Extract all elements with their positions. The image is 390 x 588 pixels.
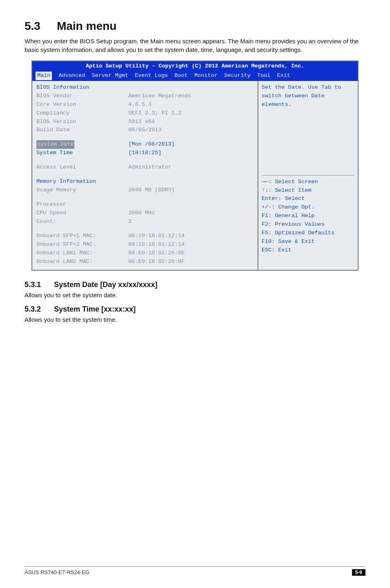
label-bios-version: BIOS Version [36,118,128,126]
value-access-level: Administrator [128,163,253,172]
value-lan2-mac: 00:E0:18:02:26:0F [128,258,253,266]
value-usage-memory: 2048 MB (DDR3) [128,186,253,195]
label-compliancy: Compliancy [36,109,128,118]
value-sfp2-mac: 00:10:18:01:12:14 [128,240,253,249]
label-system-time[interactable]: System Time [36,149,128,157]
processor-header: Processor [36,200,128,209]
value-sfp1-mac: 00:10:18:01:12:14 [128,232,253,240]
value-system-date[interactable]: [Mon /08/2013] [128,140,253,149]
nav-f10: F10: Save & Exit [262,238,354,246]
value-core-version: 4.6.5.3 [128,101,253,109]
footer-page-number: 5-9 [352,569,365,576]
subsection-2-heading: 5.3.2System Time [xx:xx:xx] [25,305,365,314]
label-build-date: Build Date [36,126,128,135]
label-sfp1-mac: Onboard SFP+1 MAC: [36,232,128,240]
label-system-date[interactable]: System Date [36,140,74,149]
menu-monitor[interactable]: Monitor [194,72,217,80]
section-number: 5.3 [25,20,40,33]
bios-left-pane: BIOS Information BIOS VendorAmerican Meg… [32,81,258,270]
nav-f2: F2: Previous Values [262,220,354,229]
menu-main[interactable]: Main [36,72,52,80]
label-lan2-mac: Onboard LAN2 MAC: [36,258,128,266]
subsection-2-number: 5.3.2 [25,305,41,314]
nav-change-opt: +/-: Change Opt. [262,203,354,212]
help-line-2: switch between Date elements. [262,92,354,109]
value-system-time[interactable]: [18:18:25] [128,149,253,157]
label-core-version: Core Version [36,101,128,109]
bios-screenshot: Aptio Setup Utility - Copyright (C) 2012… [31,61,359,271]
subsection-1-text: Allows you to set the system date. [25,292,365,298]
menu-event-logs[interactable]: Event Logs [135,72,168,80]
label-lan1-mac: Onboard LAN1 MAC: [36,249,128,258]
nav-f5: F5: Optimized Defaults [262,229,354,238]
value-bios-vendor: American Megatrends [128,92,253,101]
menu-server-mgmt[interactable]: Server Mgmt [92,72,128,80]
value-cpu-count: 1 [128,218,253,226]
bios-menu-bar: Main Advanced Server Mgmt Event Logs Boo… [32,72,358,81]
value-cpu-speed: 2000 MHz [128,209,253,218]
menu-security[interactable]: Security [224,72,251,80]
subsection-2-title: System Time [xx:xx:xx] [54,305,136,313]
section-title: Main menu [57,20,117,32]
divider [262,175,354,175]
label-access-level: Access Level [36,163,128,172]
label-cpu-speed: CPU Speed [36,209,128,218]
nav-f1: F1: General Help [262,212,354,220]
subsection-1-number: 5.3.1 [25,281,41,289]
memory-info-header: Memory Information [36,177,128,186]
help-line-1: Set the Date. Use Tab to [262,83,354,92]
nav-esc: ESC: Exit [262,246,354,255]
bios-title-bar: Aptio Setup Utility - Copyright (C) 2012… [32,61,358,72]
menu-advanced[interactable]: Advanced [59,72,85,80]
label-sfp2-mac: Onboard SFP+2 MAC: [36,240,128,249]
page-footer: ASUS RS740-E7-RS24-EG 5-9 [25,566,365,576]
value-compliancy: UEFI 2.3; PI 1.2 [128,109,253,118]
nav-select-item: ↑↓: Select Item [262,186,354,195]
subsection-1-title: System Date [Day xx/xx/xxxx] [54,281,157,289]
menu-exit[interactable]: Exit [277,72,290,80]
nav-enter: Enter: Select [262,195,354,203]
label-cpu-count: Count: [36,218,128,226]
bios-right-pane: Set the Date. Use Tab to switch between … [258,81,358,270]
footer-product: ASUS RS740-E7-RS24-EG [25,569,90,576]
label-bios-vendor: BIOS Vendor [36,92,128,101]
value-build-date: 05/06/2013 [128,126,253,135]
subsection-2-text: Allows you to set the system time. [25,316,365,323]
value-bios-version: 5013 x64 [128,118,253,126]
menu-boot[interactable]: Boot [175,72,188,80]
label-usage-memory: Usage Memory [36,186,128,195]
value-lan1-mac: 00:E0:18:02:26:0E [128,249,253,258]
intro-paragraph: When you enter the BIOS Setup program, t… [25,37,365,54]
menu-tool[interactable]: Tool [257,72,270,80]
section-heading: 5.3Main menu [25,20,365,33]
subsection-1-heading: 5.3.1System Date [Day xx/xx/xxxx] [25,281,365,289]
bios-info-header: BIOS Information [36,83,128,92]
nav-select-screen: →←: Select Screen [262,178,354,186]
